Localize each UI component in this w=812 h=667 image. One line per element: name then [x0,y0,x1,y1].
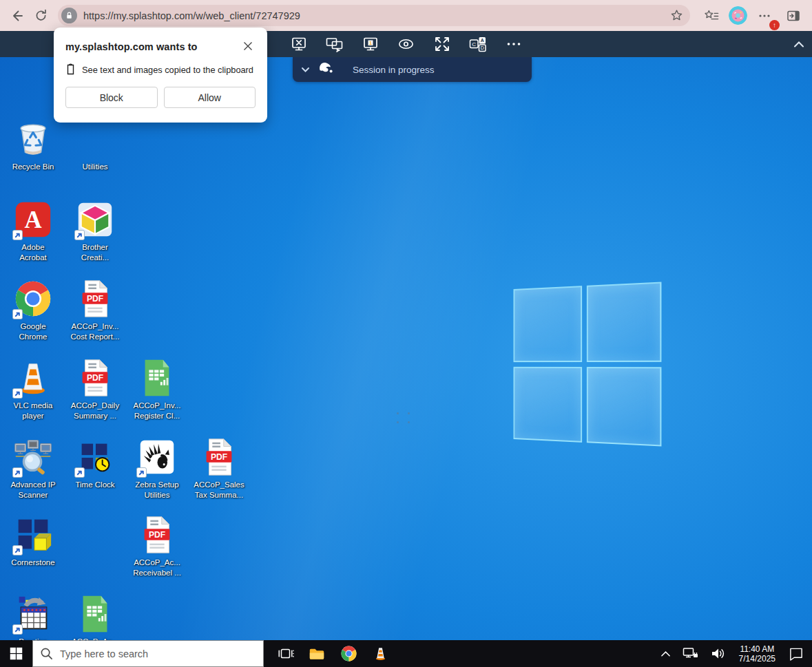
back-button[interactable] [6,4,29,28]
chrome-taskbar-button[interactable] [333,640,364,667]
desktop-icon-label: Zebra SetupUtilities [135,480,178,500]
desktop-icon-time-clock[interactable]: Time Clock [64,436,126,490]
taskbar-search-box[interactable] [32,640,264,667]
bookmark-star-icon[interactable] [670,9,683,22]
desktop-icon-label: VLC mediaplayer [14,401,53,421]
desktop-icon-zebra-setup-utilities[interactable]: Zebra SetupUtilities [126,436,188,500]
practice-explorer-icon [12,593,54,635]
remote-desktop[interactable]: Recycle BinUtilitiesAAdobeAcrobatBrother… [0,57,812,640]
disconnect-monitor-icon[interactable] [289,35,308,54]
action-center-icon[interactable] [784,640,808,667]
svg-text:PDF: PDF [149,530,165,540]
toolbar-collapse-icon[interactable] [789,35,808,54]
windows-taskbar: 11:40 AM 7/14/2025 [0,640,812,667]
screen: Recycle BinUtilitiesAAdobeAcrobatBrother… [0,0,812,667]
desktop-icon-accop-ac-receivable[interactable]: ACCoP_Ac...Receivable ... [64,593,126,640]
ctrl-alt-del-icon[interactable]: CAD [468,35,487,54]
address-bar[interactable]: https://my.splashtop.com/w/web_client/72… [58,5,690,26]
network-icon[interactable] [678,640,703,667]
svg-text:PDF: PDF [87,294,103,304]
site-permissions-lock-icon[interactable] [61,8,77,23]
desktop-icon-label: Recycle Bin [12,162,54,172]
taskbar-clock[interactable]: 11:40 AM 7/14/2025 [733,644,781,664]
permission-request-text: See text and images copied to the clipbo… [82,65,253,75]
profile-avatar[interactable] [729,6,747,25]
desktop-icon-hidden-utilities[interactable]: Utilities [64,118,126,172]
session-status-label: Session in progress [353,65,435,75]
taskbar-search-input[interactable] [60,648,256,659]
sidebar-panel-icon[interactable] [782,4,805,28]
svg-text:PDF: PDF [211,452,227,462]
desktop-icon-advanced-ip-scanner[interactable]: Advanced IPScanner [2,436,64,500]
accop-daily-summary-icon: PDF [74,357,116,399]
accop-sales-tax-icon: PDF [198,436,240,478]
browser-more-menu[interactable]: ↑ [753,4,776,28]
file-explorer-button[interactable] [301,640,333,667]
desktop-icon-label: ACCoP_Inv...Cost Report... [71,321,120,341]
desktop-icon-adobe-acrobat[interactable]: AAdobeAcrobat [2,198,64,262]
accop-ac-receivabel-icon: PDF [136,514,178,556]
desktop-icon-accop-ac-receivabel[interactable]: PDFACCoP_Ac...Receivabel ... [126,514,188,578]
desktop-icon-accop-sales-tax[interactable]: PDFACCoP_SalesTax Summa... [188,436,250,500]
desktop-icon-label: Advanced IPScanner [10,480,55,500]
fullscreen-icon[interactable] [433,35,451,54]
hidden-utilities-icon [74,118,116,160]
svg-text:PDF: PDF [87,373,103,383]
view-options-icon[interactable] [397,35,415,54]
block-button[interactable]: Block [65,87,158,108]
desktop-icon-accop-inv-register[interactable]: ACCoP_Inv...Register Cl... [126,357,188,421]
wallpaper-pane [514,286,582,361]
desktop-icon-label: Utilities [82,162,107,172]
favorites-hub-icon[interactable] [700,4,723,28]
wallpaper-pane [586,282,661,361]
desktop-icon-brother-creative[interactable]: BrotherCreati... [64,198,126,262]
close-icon[interactable] [240,39,256,54]
accop-ac-receivable-icon [74,593,116,635]
svg-text:D: D [481,45,484,50]
brother-creative-icon [74,198,116,241]
chevron-down-icon[interactable] [301,63,310,76]
windows-wallpaper-logo [514,282,662,446]
time-clock-icon [74,436,116,478]
allow-button[interactable]: Allow [164,87,256,108]
wallpaper-pane [586,367,661,447]
desktop-icon-google-chrome[interactable]: GoogleChrome [2,277,64,341]
desktop-icon-cornerstone[interactable]: Cornerstone [2,514,64,568]
update-notification-badge: ↑ [769,20,780,30]
desktop-icon-label: Time Clock [75,480,114,490]
vlc-taskbar-button[interactable] [364,640,396,667]
session-status-bar[interactable]: Session in progress [293,57,532,82]
accop-inv-register-icon [136,357,178,399]
clock-date: 7/14/2025 [739,654,775,664]
desktop-icon-label: AdobeAcrobat [19,242,47,262]
vlc-media-player-icon [12,357,54,399]
svg-text:A: A [481,38,484,43]
show-hidden-icons-button[interactable] [656,640,675,667]
desktop-icon-label: ACCoP_Inv...Register Cl... [134,401,181,421]
reload-button[interactable] [29,4,52,28]
desktop-icon-label: ACCoP_Ac...Receivabel ... [133,558,181,578]
advanced-ip-scanner-icon [12,436,54,478]
recycle-bin-icon [12,118,54,160]
more-options-icon[interactable] [504,35,523,54]
splashtop-logo-icon [317,60,335,79]
clipboard-icon [65,63,76,76]
monitor-1-icon[interactable]: 1 [361,35,379,54]
desktop-icon-accop-inv-cost-report[interactable]: PDFACCoP_Inv...Cost Report... [64,277,126,341]
volume-icon[interactable] [707,640,730,667]
wallpaper-pane [514,366,582,442]
zebra-setup-utilities-icon [136,436,178,478]
desktop-icon-recycle-bin[interactable]: Recycle Bin [2,118,64,172]
clock-time: 11:40 AM [739,644,775,654]
dialog-title: my.splashtop.com wants to [65,39,198,52]
switch-monitor-icon[interactable] [325,35,344,54]
url-text[interactable]: https://my.splashtop.com/w/web_client/72… [83,10,670,21]
desktop-icon-accop-daily-summary[interactable]: PDFACCoP_DailySummary ... [64,357,126,421]
task-view-button[interactable] [269,640,301,667]
desktop-icon-label: ACCoP_DailySummary ... [71,401,119,421]
desktop-icon-vlc-media-player[interactable]: VLC mediaplayer [2,357,64,421]
desktop-icon-practice-explorer[interactable]: PracticeExplorer [2,593,64,640]
start-button[interactable] [0,640,32,667]
google-chrome-icon [12,277,54,320]
browser-toolbar: https://my.splashtop.com/w/web_client/72… [0,0,812,31]
